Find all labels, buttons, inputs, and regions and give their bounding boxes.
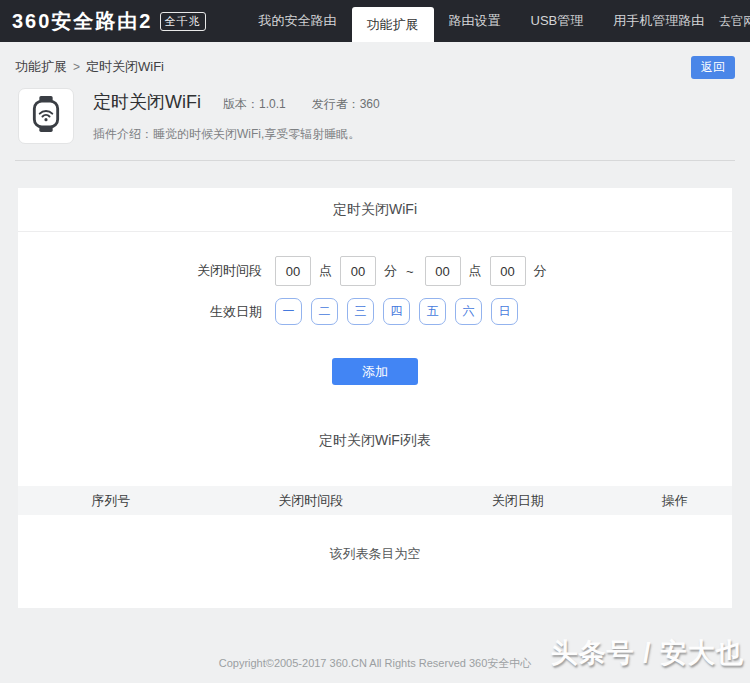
plugin-description-label: 插件介绍： [93,127,153,141]
copyright-text: Copyright©2005-2017 360.CN All Rights Re… [0,656,750,671]
brand-logo: 360安全路由2 全千兆 [12,8,206,35]
plugin-version-value: 1.0.1 [259,97,286,111]
router-admin-page: 360安全路由2 全千兆 我的安全路由 功能扩展 路由设置 USB管理 用手机管… [0,0,750,683]
brand-logo-text: 360安全路由2 [12,8,153,35]
column-time-range: 关闭时间段 [204,492,418,510]
day-button-thu[interactable]: 四 [383,298,410,325]
range-separator: ~ [406,264,414,279]
top-nav: 360安全路由2 全千兆 我的安全路由 功能扩展 路由设置 USB管理 用手机管… [0,0,750,42]
nav-right-links: 去官网 | 退出管理 [719,13,750,30]
plugin-icon-card [18,88,74,144]
nav-item-phone-manage[interactable]: 用手机管理路由 [598,0,719,42]
minute-unit-label: 分 [384,262,397,280]
breadcrumb-row: 功能扩展 > 定时关闭WiFi 返回 [0,56,750,78]
timer-table-header: 序列号 关闭时间段 关闭日期 操作 [18,486,732,515]
nav-item-my-router[interactable]: 我的安全路由 [244,0,352,42]
start-hour-input[interactable] [275,256,311,286]
day-button-tue[interactable]: 二 [311,298,338,325]
nav-item-extensions[interactable]: 功能扩展 [352,7,434,42]
plugin-description: 插件介绍：睡觉的时候关闭WiFi,享受零辐射睡眠。 [93,126,380,143]
plugin-info: 定时关闭WiFi 版本：1.0.1 发行者：360 插件介绍：睡觉的时候关闭Wi… [93,88,380,144]
empty-list-message: 该列表条目为空 [18,545,732,563]
breadcrumb-separator: > [73,60,80,74]
effective-days-row: 生效日期 一 二 三 四 五 六 日 [18,298,732,325]
plugin-publisher: 发行者：360 [312,96,380,113]
nav-item-usb[interactable]: USB管理 [516,0,599,42]
plugin-description-text: 睡觉的时候关闭WiFi,享受零辐射睡眠。 [153,127,360,141]
plugin-header: 定时关闭WiFi 版本：1.0.1 发行者：360 插件介绍：睡觉的时候关闭Wi… [0,88,750,144]
header-divider [15,160,735,161]
nav-menu: 我的安全路由 功能扩展 路由设置 USB管理 用手机管理路由 [244,0,720,42]
day-buttons: 一 二 三 四 五 六 日 [275,298,527,325]
minute-unit-label-2: 分 [534,262,547,280]
nav-item-router-settings[interactable]: 路由设置 [434,0,516,42]
day-button-mon[interactable]: 一 [275,298,302,325]
column-actions: 操作 [618,492,732,510]
plugin-version: 版本：1.0.1 [223,96,286,113]
breadcrumb: 功能扩展 > 定时关闭WiFi [15,58,164,76]
add-button[interactable]: 添加 [332,358,418,385]
column-close-date: 关闭日期 [418,492,618,510]
timer-form: 关闭时间段 点 分 ~ 点 分 生效日期 一 二 三 [18,256,732,385]
smartwatch-wifi-icon [26,94,66,138]
plugin-title: 定时关闭WiFi [93,90,201,114]
end-minute-input[interactable] [490,256,526,286]
column-serial: 序列号 [18,492,204,510]
timer-wifi-panel: 定时关闭WiFi 关闭时间段 点 分 ~ 点 分 生效日期 [18,188,732,608]
time-range-label: 关闭时间段 [18,262,262,280]
plugin-publisher-value: 360 [360,97,380,111]
day-button-fri[interactable]: 五 [419,298,446,325]
day-button-sat[interactable]: 六 [455,298,482,325]
plugin-version-label: 版本： [223,97,259,111]
hour-unit-label-2: 点 [469,262,482,280]
back-button[interactable]: 返回 [691,56,735,79]
day-button-sun[interactable]: 日 [491,298,518,325]
hour-unit-label: 点 [319,262,332,280]
timer-list-title: 定时关闭WiFi列表 [18,432,732,450]
official-site-link[interactable]: 去官网 [719,13,750,30]
breadcrumb-current: 定时关闭WiFi [86,58,164,76]
breadcrumb-parent[interactable]: 功能扩展 [15,58,67,76]
day-button-wed[interactable]: 三 [347,298,374,325]
end-hour-input[interactable] [425,256,461,286]
gigabit-badge: 全千兆 [160,12,206,31]
plugin-publisher-label: 发行者： [312,97,360,111]
effective-days-label: 生效日期 [18,303,262,321]
panel-title: 定时关闭WiFi [18,188,732,232]
start-minute-input[interactable] [340,256,376,286]
time-range-row: 关闭时间段 点 分 ~ 点 分 [18,256,732,286]
time-range-fields: 点 分 ~ 点 分 [275,256,555,286]
